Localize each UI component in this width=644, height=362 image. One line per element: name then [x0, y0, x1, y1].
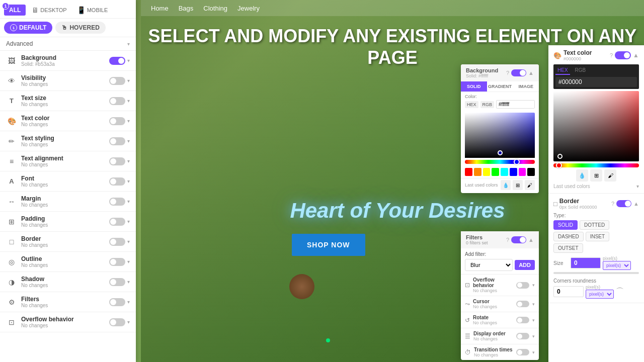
border-section-toggle[interactable] — [616, 200, 631, 207]
overflow-toggle[interactable] — [109, 318, 125, 326]
text-size-toggle[interactable] — [109, 97, 125, 105]
add-filter-button[interactable]: ADD — [515, 260, 535, 270]
state-default[interactable]: 1 DEFAULT — [4, 22, 52, 34]
outline-chevron[interactable]: ▾ — [127, 259, 130, 264]
fp-transition-chevron[interactable]: ▾ — [532, 350, 535, 355]
bg-help-icon[interactable]: ? — [506, 70, 509, 76]
bg-tab-solid[interactable]: SOLID — [461, 81, 487, 92]
text-color-chevron[interactable]: ▾ — [127, 118, 130, 124]
text-styling-toggle[interactable] — [109, 137, 125, 145]
state-hovered[interactable]: 🖱 HOVERED — [55, 22, 105, 34]
color-gradient-canvas[interactable] — [465, 113, 535, 158]
bg-tab-image[interactable]: IMAGE — [513, 81, 539, 92]
border-inset-btn[interactable]: INSET — [586, 232, 609, 241]
shadow-toggle[interactable] — [109, 278, 125, 286]
text-color-help[interactable]: ? — [610, 52, 613, 58]
fp-cursor-toggle[interactable] — [516, 301, 529, 307]
visibility-chevron[interactable]: ▾ — [127, 78, 130, 83]
overflow-chevron[interactable]: ▾ — [127, 319, 130, 325]
last-used-chevron[interactable]: ▾ — [636, 184, 639, 189]
border-outset-btn[interactable]: OUTSET — [553, 243, 583, 253]
corners-input[interactable] — [553, 286, 584, 297]
tab-all[interactable]: 1 ALL — [4, 5, 26, 16]
filter-type-select[interactable]: Blur — [465, 259, 513, 271]
padding-chevron[interactable]: ▾ — [127, 219, 130, 224]
grid-button[interactable]: ⊞ — [590, 169, 602, 182]
filters-toggle[interactable] — [511, 236, 526, 243]
filters-expand-icon[interactable]: ▲ — [528, 237, 534, 243]
nav-home[interactable]: Home — [151, 5, 169, 12]
filters-chevron[interactable]: ▾ — [127, 299, 130, 305]
margin-toggle[interactable] — [109, 198, 125, 206]
text-color-hue-bar[interactable] — [553, 163, 639, 167]
filters-help-icon[interactable]: ? — [506, 237, 509, 243]
advanced-chevron[interactable]: ▾ — [127, 41, 130, 47]
swatch-black[interactable] — [527, 168, 535, 176]
tab-mobile[interactable]: 📱 MOBILE — [73, 4, 112, 16]
text-color-section-toggle[interactable] — [615, 51, 631, 59]
fp-display-order-chevron[interactable]: ▾ — [532, 334, 535, 339]
border-expand-icon[interactable]: ▲ — [633, 201, 639, 207]
text-alignment-chevron[interactable]: ▾ — [127, 158, 130, 164]
border-toggle[interactable] — [109, 238, 125, 246]
padding-toggle[interactable] — [109, 218, 125, 226]
hex-tab[interactable]: HEX — [555, 66, 570, 75]
bg-toggle[interactable] — [511, 69, 526, 76]
outline-toggle[interactable] — [109, 258, 125, 266]
fp-transition-toggle[interactable] — [516, 349, 529, 355]
border-solid-btn[interactable]: SOLID — [553, 220, 578, 230]
corners-unit-select[interactable]: pixel(s) — [586, 290, 614, 299]
tab-desktop[interactable]: 🖥 DESKTOP — [28, 4, 70, 16]
background-chevron[interactable]: ▾ — [127, 58, 130, 63]
fp-rotate-chevron[interactable]: ▾ — [532, 318, 535, 323]
hex-value-input[interactable] — [555, 77, 637, 87]
swatch-purple[interactable] — [519, 168, 526, 176]
shop-now-button[interactable]: SHOP NOW — [292, 234, 365, 256]
border-help-icon[interactable]: ? — [611, 201, 614, 207]
advanced-section: Advanced ▾ — [0, 37, 136, 51]
filters-toggle[interactable] — [109, 298, 125, 306]
bg-tab-gradient[interactable]: GRADIENT — [487, 81, 513, 92]
bg-expand-icon[interactable]: ▲ — [528, 70, 534, 76]
border-size-input[interactable] — [571, 257, 601, 268]
swatch-blue[interactable] — [510, 168, 517, 176]
fp-display-order-toggle[interactable] — [516, 333, 529, 339]
hue-bar[interactable] — [465, 160, 535, 164]
hex-input[interactable] — [496, 100, 535, 109]
margin-chevron[interactable]: ▾ — [127, 199, 130, 204]
fp-overflow-chevron[interactable]: ▾ — [532, 283, 535, 288]
visibility-toggle[interactable] — [109, 77, 125, 85]
text-alignment-toggle[interactable] — [109, 157, 125, 165]
swatch-cyan[interactable] — [501, 168, 508, 176]
text-color-toggle[interactable] — [109, 117, 125, 125]
swatch-orange[interactable] — [474, 168, 481, 176]
background-toggle[interactable] — [109, 57, 125, 65]
border-dotted-btn[interactable]: DOTTED — [580, 220, 609, 230]
font-chevron[interactable]: ▾ — [127, 178, 130, 184]
eyedropper-btn[interactable]: 💧 — [501, 180, 511, 190]
brush-button[interactable]: 🖌 — [604, 169, 616, 182]
brush-btn[interactable]: 🖌 — [525, 180, 535, 190]
swatch-yellow[interactable] — [483, 168, 491, 176]
nav-jewelry[interactable]: Jewelry — [237, 5, 260, 12]
border-chevron[interactable]: ▾ — [127, 239, 130, 244]
nav-clothing[interactable]: Clothing — [203, 5, 227, 12]
fp-cursor-chevron[interactable]: ▾ — [532, 302, 535, 307]
rgb-tab[interactable]: RGB — [573, 66, 588, 75]
size-unit-select[interactable]: pixel(s) — [603, 261, 631, 270]
text-color-picker[interactable] — [553, 91, 639, 161]
text-styling-chevron[interactable]: ▾ — [127, 138, 130, 144]
grid-btn[interactable]: ⊞ — [513, 180, 523, 190]
fp-rotate-toggle[interactable] — [516, 317, 529, 323]
font-toggle[interactable] — [109, 177, 125, 186]
eyedropper-button[interactable]: 💧 — [576, 169, 588, 182]
shadow-chevron[interactable]: ▾ — [127, 279, 130, 285]
swatch-green[interactable] — [492, 168, 499, 176]
border-size-slider[interactable] — [553, 272, 639, 274]
fp-overflow-toggle[interactable] — [516, 282, 529, 289]
text-color-expand[interactable]: ▲ — [633, 52, 639, 59]
border-dashed-btn[interactable]: DASHED — [553, 232, 584, 241]
nav-bags[interactable]: Bags — [179, 5, 194, 12]
swatch-red[interactable] — [465, 168, 472, 176]
text-size-chevron[interactable]: ▾ — [127, 98, 130, 104]
